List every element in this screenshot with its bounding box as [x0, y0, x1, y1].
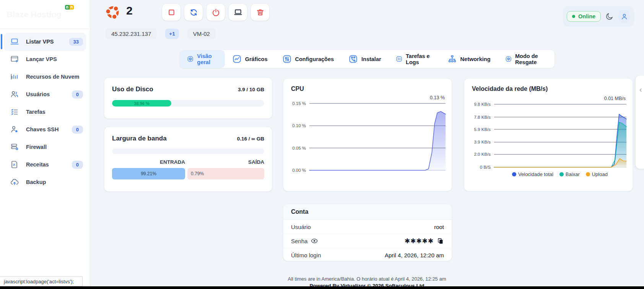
- tasks-icon: [10, 107, 19, 116]
- account-row-label: Último login: [291, 252, 321, 258]
- cloudres-icon: [10, 72, 19, 81]
- vm-action-toolbar: [162, 4, 269, 21]
- power-off-button[interactable]: [207, 4, 225, 21]
- stop-button[interactable]: [162, 4, 181, 21]
- sidebar-item-label: Chaves SSH: [26, 126, 72, 132]
- console-button[interactable]: [229, 4, 247, 21]
- svg-text:2.0 KB/s: 2.0 KB/s: [474, 152, 491, 157]
- legend-item: Velocidade total: [512, 171, 553, 177]
- sidebar-count-badge: 0: [72, 90, 83, 98]
- bandwidth-in-bar: 99.21%: [112, 168, 185, 179]
- power-icon: [211, 8, 220, 17]
- side-panel-toggle[interactable]: ‹: [636, 76, 644, 169]
- sidebar-item-backup[interactable]: Backup: [4, 173, 86, 191]
- legend-label: Velocidade total: [518, 171, 553, 177]
- account-row-value: ✱✱✱✱✱: [405, 237, 444, 245]
- legend-dot-icon: [586, 172, 590, 176]
- account-row-value: April 4, 2026, 12:20 am: [385, 252, 444, 258]
- sidebar-item-tarefas[interactable]: Tarefas: [4, 103, 86, 121]
- tab-configuracoes[interactable]: Configurações: [275, 50, 342, 68]
- svg-text:7.8 KB/s: 7.8 KB/s: [474, 115, 491, 119]
- bandwidth-in-percent: 99.21%: [141, 171, 156, 176]
- instalar-icon: [348, 54, 358, 64]
- tab-visao-geral[interactable]: Visão geral: [180, 50, 225, 68]
- backup-icon: [10, 178, 19, 187]
- bandwidth-value: 0.16 / ∞ GB: [237, 136, 264, 142]
- account-row: Usuárioroot: [283, 220, 452, 234]
- legend-label: Baixar: [566, 171, 580, 177]
- sidebar-item-chaves-ssh[interactable]: Chaves SSH0: [4, 121, 86, 138]
- svg-text:3.9 KB/s: 3.9 KB/s: [474, 140, 491, 144]
- account-row-label: Senha: [291, 237, 318, 245]
- tab-label: Visão geral: [197, 53, 217, 65]
- trash-icon: [256, 8, 265, 17]
- svg-text:0.10 %: 0.10 %: [292, 123, 306, 128]
- sidebar-item-lancar-vps[interactable]: Lançar VPS: [4, 50, 86, 68]
- tab-graficos[interactable]: Gráficos: [225, 50, 275, 68]
- sidebar-item-recursos-de-nuvem[interactable]: Recursos de Nuvem: [4, 68, 86, 86]
- sidebar-nav: Listar VPS33Lançar VPSRecursos de NuvemU…: [0, 29, 90, 191]
- tab-label: Modo de Resgate: [515, 53, 547, 65]
- sidebar-count-badge: 0: [72, 126, 83, 134]
- users-icon: [10, 90, 19, 99]
- graficos-icon: [232, 54, 242, 64]
- disk-usage-title: Uso de Disco: [112, 86, 153, 93]
- user-menu-button[interactable]: [618, 10, 630, 23]
- stop-icon: [167, 8, 176, 17]
- tab-networking[interactable]: Networking: [440, 50, 498, 68]
- bandwidth-in-label: ENTRADA: [112, 159, 185, 165]
- dark-mode-toggle[interactable]: [605, 12, 613, 21]
- restart-button[interactable]: [184, 4, 203, 21]
- bandwidth-out-bar: 0.79%: [187, 168, 264, 179]
- bandwidth-title: Largura de banda: [112, 135, 167, 142]
- online-dot-icon: [572, 15, 575, 18]
- vm-tabs: Visão geralGráficosConfiguraçõesInstalar…: [180, 50, 555, 68]
- show-password-icon[interactable]: [311, 237, 318, 245]
- tab-modo-de-resgate[interactable]: Modo de Resgate: [498, 50, 555, 68]
- svg-text:0 B/S: 0 B/S: [480, 165, 491, 170]
- logs-icon: [396, 54, 402, 64]
- disk-percent-label: 38.96 %: [134, 101, 149, 106]
- svg-text:5.9 KB/s: 5.9 KB/s: [474, 127, 491, 132]
- bandwidth-out-label: SAÍDA: [185, 159, 264, 165]
- account-row: Último loginApril 4, 2026, 12:20 am: [283, 248, 452, 261]
- account-card-title: Conta: [283, 204, 452, 220]
- tab-label: Instalar: [361, 56, 381, 62]
- brand-flag-badge: B R: [65, 5, 74, 10]
- bottom-black-bar: [0, 286, 644, 289]
- sidebar-item-label: Listar VPS: [26, 39, 69, 45]
- ssh-icon: [10, 125, 19, 134]
- copy-password-icon[interactable]: [437, 237, 444, 245]
- launch-icon: [10, 55, 19, 64]
- restart-icon: [189, 8, 198, 17]
- disk-usage-card: Uso de Disco 3.9 / 10 GB 38.96 %: [104, 77, 272, 119]
- account-row-value: root: [434, 224, 444, 230]
- svg-text:0.01 MB/s: 0.01 MB/s: [604, 96, 626, 101]
- user-icon: [620, 13, 628, 21]
- legend-dot-icon: [512, 172, 516, 176]
- sidebar-item-firewall[interactable]: Firewall: [4, 138, 86, 156]
- chip-more-ips[interactable]: +1: [165, 29, 179, 39]
- sidebar-item-usuarios[interactable]: Usuários0: [4, 86, 86, 103]
- bandwidth-out-percent: 0.79%: [191, 171, 204, 176]
- sidebar-item-receitas[interactable]: Receitas0: [4, 156, 86, 173]
- browser-status-tooltip: javascript:loadpage('act=listvs');: [0, 276, 83, 286]
- legend-dot-icon: [559, 172, 564, 176]
- overview-icon: [187, 54, 194, 64]
- console-icon: [234, 8, 242, 17]
- tab-label: Gráficos: [245, 56, 268, 62]
- disk-usage-value: 3.9 / 10 GB: [238, 87, 264, 92]
- svg-text:0.15 %: 0.15 %: [292, 101, 306, 106]
- laptop-icon: [10, 37, 19, 46]
- legend-item: Baixar: [559, 171, 580, 177]
- delete-button[interactable]: [251, 4, 269, 21]
- resgate-icon: [505, 54, 512, 64]
- tab-label: Configurações: [295, 56, 334, 62]
- sidebar-item-label: Backup: [26, 179, 83, 185]
- tab-tarefas-e-logs[interactable]: Tarefas e Logs: [389, 50, 440, 68]
- tab-instalar[interactable]: Instalar: [341, 50, 389, 68]
- vm-number: 2: [126, 4, 133, 17]
- bandwidth-progress-track: [112, 149, 264, 154]
- sidebar-item-label: Usuários: [26, 91, 72, 97]
- sidebar-item-listar-vps[interactable]: Listar VPS33: [4, 33, 86, 50]
